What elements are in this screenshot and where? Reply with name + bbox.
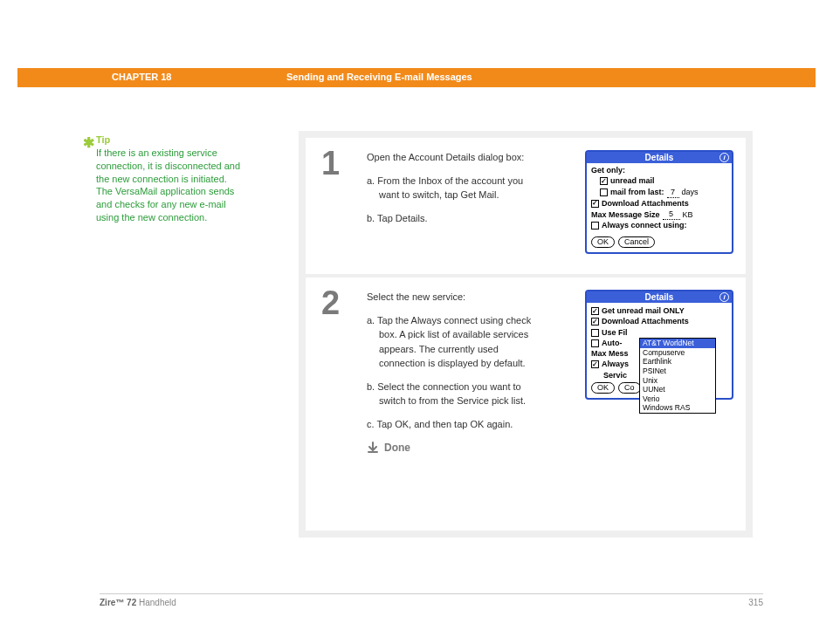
- unread-label: unread mail: [610, 176, 655, 186]
- always-checkbox[interactable]: [591, 222, 599, 230]
- dialog-title-text: Details: [645, 153, 674, 162]
- product-rest: Handheld: [136, 598, 176, 607]
- mailfrom-checkbox[interactable]: [600, 188, 608, 196]
- picklist-item[interactable]: Unix: [640, 376, 715, 386]
- dl-attach-label: Download Attachments: [602, 317, 689, 326]
- dialog-title-text: Details: [645, 292, 674, 302]
- maxsize-label: Max Message Size: [591, 210, 660, 220]
- chapter-title: Sending and Receiving E-mail Messages: [286, 72, 472, 82]
- step-number: 2: [321, 284, 340, 322]
- tip-body: If there is an existing service connecti…: [96, 147, 244, 224]
- dialog-title: Details i: [587, 152, 732, 163]
- dl-attach-label: Download Attachments: [602, 199, 689, 209]
- done-arrow-icon: [367, 442, 379, 454]
- step-2: 2 Select the new service: a. Tap the Alw…: [306, 277, 746, 531]
- dl-attach-checkbox[interactable]: [591, 200, 599, 208]
- done-label: Done: [384, 440, 410, 456]
- always-checkbox-2[interactable]: [591, 360, 599, 368]
- maxsize-field[interactable]: 5: [663, 209, 680, 220]
- ok-button[interactable]: OK: [591, 382, 615, 394]
- cancel-button[interactable]: Cancel: [618, 236, 655, 248]
- product-bold: Zire™ 72: [100, 598, 136, 607]
- picklist-item[interactable]: Verio: [640, 394, 715, 404]
- auto-checkbox[interactable]: [591, 339, 599, 347]
- maxsize-unit: KB: [683, 210, 693, 220]
- ok-button[interactable]: OK: [591, 236, 615, 248]
- chapter-header: CHAPTER 18 Sending and Receiving E-mail …: [17, 68, 816, 87]
- usefil-label: Use Fil: [602, 328, 628, 338]
- usefil-checkbox[interactable]: [591, 329, 599, 337]
- service-picklist[interactable]: AT&T WorldNet Compuserve Earthlink PSINe…: [639, 338, 716, 414]
- picklist-item[interactable]: UUNet: [640, 385, 715, 394]
- step-1: 1 Open the Account Details dialog box: a…: [306, 138, 746, 274]
- picklist-item[interactable]: Windows RAS: [640, 403, 715, 413]
- step2-intro: Select the new service:: [367, 290, 541, 305]
- always-label: Always connect using:: [602, 221, 687, 230]
- get-only-label: Get only:: [591, 166, 727, 175]
- step2-c: c. Tap OK, and then tap OK again.: [367, 417, 541, 432]
- cancel-button-partial[interactable]: Co: [618, 382, 641, 394]
- step-number: 1: [321, 145, 340, 182]
- step1-a: a. From the Inbox of the account you wan…: [367, 174, 541, 202]
- picklist-item[interactable]: AT&T WorldNet: [640, 339, 715, 348]
- step2-a: a. Tap the Always connect using check bo…: [367, 313, 541, 371]
- info-icon[interactable]: i: [719, 292, 729, 302]
- picklist-item[interactable]: Compuserve: [640, 348, 715, 358]
- picklist-item[interactable]: PSINet: [640, 367, 715, 376]
- step1-b: b. Tap Details.: [367, 211, 541, 226]
- page-number: 315: [748, 598, 763, 607]
- days-unit: days: [682, 188, 699, 197]
- picklist-item[interactable]: Earthlink: [640, 357, 715, 367]
- unread-only-label: Get unread mail ONLY: [602, 306, 685, 316]
- unread-checkbox[interactable]: [600, 177, 608, 185]
- mailfrom-label: mail from last:: [610, 188, 664, 197]
- dl-attach-checkbox[interactable]: [591, 318, 599, 325]
- info-icon[interactable]: i: [719, 153, 729, 162]
- asterisk-icon: ✱: [83, 134, 94, 153]
- maxmsg-label: Max Mess: [591, 349, 629, 359]
- details-dialog-1: Details i Get only: unread mail mail fro…: [585, 150, 733, 254]
- always-label-2: Always: [602, 360, 629, 369]
- dialog-title: Details i: [587, 291, 732, 303]
- step1-intro: Open the Account Details dialog box:: [367, 150, 541, 165]
- product-name: Zire™ 72 Handheld: [100, 598, 176, 607]
- step2-b: b. Select the connection you want to swi…: [367, 380, 541, 408]
- auto-label: Auto-: [602, 339, 623, 348]
- details-dialog-2: Details i Get unread mail ONLY Download …: [585, 290, 733, 400]
- tip-label: Tip: [96, 134, 244, 147]
- tip-block: ✱ Tip If there is an existing service co…: [96, 134, 244, 224]
- service-label: Servic: [603, 371, 627, 380]
- done-row: Done: [367, 440, 541, 456]
- chapter-number: CHAPTER 18: [112, 72, 171, 82]
- steps-container: 1 Open the Account Details dialog box: a…: [299, 131, 753, 538]
- page-footer: Zire™ 72 Handheld 315: [100, 593, 763, 607]
- days-field[interactable]: 7: [667, 188, 679, 198]
- unread-only-checkbox[interactable]: [591, 307, 599, 315]
